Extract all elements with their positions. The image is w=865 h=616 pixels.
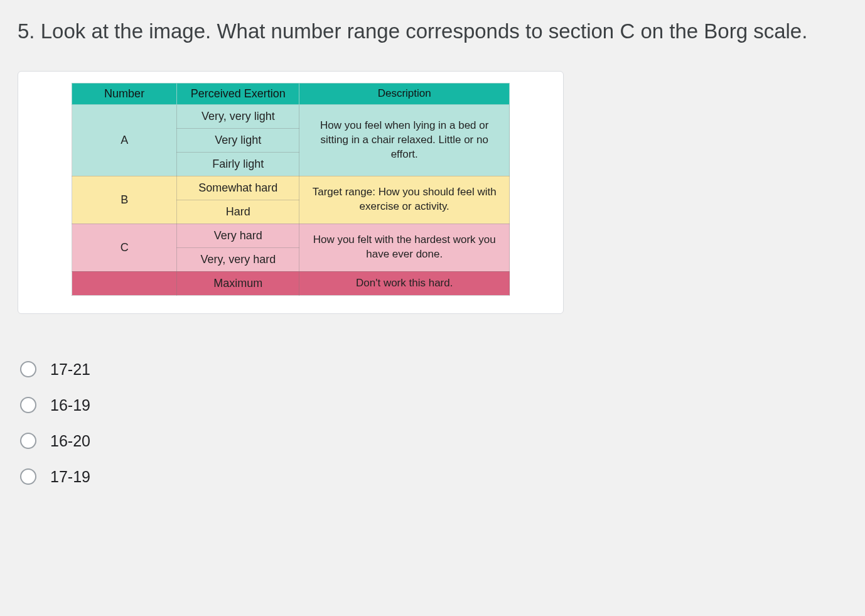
exertion-cell: Very, very light [177,104,299,128]
table-row: A Very, very light How you feel when lyi… [72,104,510,128]
radio-icon [20,468,36,485]
section-a-label: A [72,104,177,176]
table-row: C Very hard How you felt with the hardes… [72,224,510,247]
exertion-cell: Maximum [177,271,299,295]
answer-option-3[interactable]: 17-19 [18,459,847,495]
answer-option-2[interactable]: 16-20 [18,423,847,459]
table-row: Maximum Don't work this hard. [72,271,510,295]
max-number-cell [72,271,177,295]
section-c-label: C [72,224,177,271]
table-row: B Somewhat hard Target range: How you sh… [72,176,510,200]
exertion-cell: Fairly light [177,152,299,176]
option-label: 16-20 [50,432,90,450]
radio-icon [20,397,36,413]
option-label: 16-19 [50,396,90,414]
exertion-cell: Very light [177,128,299,152]
question-body: Look at the image. What number range cor… [41,19,808,43]
question-text: 5. Look at the image. What number range … [18,18,847,46]
section-b-description: Target range: How you should feel with e… [299,176,510,224]
exertion-cell: Somewhat hard [177,176,299,200]
option-label: 17-19 [50,468,90,486]
question-number: 5. [18,19,35,43]
answer-option-0[interactable]: 17-21 [18,352,847,387]
borg-table: Number Perceived Exertion Description A … [72,83,510,296]
exertion-cell: Very hard [177,224,299,247]
radio-icon [20,361,36,377]
table-header-row: Number Perceived Exertion Description [72,83,510,104]
header-description: Description [299,83,510,104]
header-number: Number [72,83,177,104]
answer-option-1[interactable]: 16-19 [18,387,847,423]
section-a-description: How you feel when lying in a bed or sitt… [299,104,510,176]
radio-icon [20,433,36,449]
header-exertion: Perceived Exertion [177,83,299,104]
answer-options: 17-21 16-19 16-20 17-19 [18,352,847,495]
borg-table-container: Number Perceived Exertion Description A … [18,71,564,314]
max-description: Don't work this hard. [299,271,510,295]
exertion-cell: Very, very hard [177,247,299,271]
section-b-label: B [72,176,177,224]
option-label: 17-21 [50,360,90,379]
exertion-cell: Hard [177,200,299,224]
section-c-description: How you felt with the hardest work you h… [299,224,510,271]
